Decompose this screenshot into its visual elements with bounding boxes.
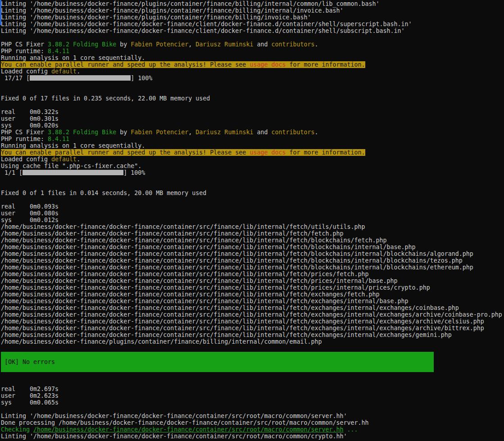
terminal-line: /home/business/docker-finance/docker-fin…: [1, 250, 504, 257]
terminal-text-segment: Using cache file ".php-cs-fixer.cache".: [1, 163, 141, 169]
terminal-text-segment: Linting '/home/business/docker-finance/d…: [1, 413, 347, 419]
ok-banner-pad: [1, 352, 434, 359]
terminal-line: 17/17 [] 100%: [1, 75, 504, 82]
progress-percent: ] 100%: [131, 75, 152, 82]
warning-message: for more information.: [286, 61, 365, 68]
usage-docs-link[interactable]: usage docs: [250, 149, 286, 156]
terminal-line: [1, 372, 504, 379]
terminal-line: You can enable parallel runner and speed…: [1, 61, 504, 68]
terminal-line: Linting '/home/business/docker-finance/d…: [1, 413, 504, 419]
terminal-line: PHP runtime: 8.4.11: [1, 48, 504, 55]
terminal-line: real 0m0.322s: [1, 109, 504, 115]
terminal-text-segment: /home/business/docker-finance/docker-fin…: [1, 244, 416, 250]
terminal-text-segment: Fixed 0 of 1 files in 0.014 seconds, 20.…: [1, 190, 206, 196]
terminal-text-segment: Done processing /home/business/docker-fi…: [1, 419, 369, 426]
terminal-text-segment: contributors: [271, 41, 314, 48]
terminal-line: /home/business/docker-finance/docker-fin…: [1, 298, 504, 305]
terminal-line: [1, 379, 504, 386]
usage-docs-link[interactable]: usage docs: [250, 61, 286, 68]
terminal-line: 1/1 [] 100%: [1, 169, 504, 176]
ok-banner-pad: [1, 365, 434, 372]
terminal-line: real 0m0.093s: [1, 203, 504, 210]
terminal-line: Linting '/home/business/docker-finance/p…: [1, 14, 504, 21]
terminal-line: /home/business/docker-finance/docker-fin…: [1, 257, 504, 264]
terminal-line: /home/business/docker-finance/docker-fin…: [1, 318, 504, 325]
terminal-line: /home/business/docker-finance/docker-fin…: [1, 305, 504, 311]
terminal-text-segment: /home/business/docker-finance/docker-fin…: [1, 237, 387, 244]
terminal-text-segment: /home/business/docker-finance/docker-fin…: [1, 291, 380, 298]
terminal-text-segment: Dariusz Ruminski: [195, 41, 253, 48]
terminal-text-segment: user 0m2.623s: [1, 392, 59, 399]
terminal-line: /home/business/docker-finance/docker-fin…: [1, 291, 504, 298]
terminal-text-segment: Fixed 0 of 17 files in 0.235 seconds, 22…: [1, 95, 210, 102]
terminal-line: [1, 196, 504, 203]
progress-percent: ] 100%: [123, 169, 145, 176]
terminal-text-segment: 8.4.11: [48, 136, 69, 142]
terminal-text-segment: contributors: [271, 129, 314, 136]
terminal-line: user 0m0.080s: [1, 210, 504, 217]
progress-bar-fill: [30, 75, 131, 81]
terminal-line: Linting '/home/business/docker-finance/p…: [1, 7, 504, 14]
terminal-text-segment: /home/business/docker-finance/docker-fin…: [1, 325, 484, 332]
checked-file-path-link[interactable]: /home/business/docker-finance/docker-fin…: [33, 426, 343, 433]
terminal-text-segment: Fabien Potencier: [131, 129, 188, 136]
terminal-line: [1, 82, 504, 88]
terminal-text-segment: real 0m0.322s: [1, 109, 59, 115]
terminal-text-segment: Linting '/home/business/docker-finance/d…: [1, 27, 405, 34]
terminal-text-segment: ,: [188, 41, 195, 48]
terminal-line: [1, 345, 504, 352]
terminal-line: /home/business/docker-finance/docker-fin…: [1, 264, 504, 271]
terminal-text-segment: real 0m0.093s: [1, 203, 59, 210]
warning-message: You can enable parallel runner and speed…: [1, 149, 250, 156]
terminal-line: Running analysis on 1 core sequentially.: [1, 55, 504, 61]
terminal-text-segment: user 0m0.301s: [1, 115, 59, 122]
terminal-text-segment: .: [315, 41, 318, 48]
terminal-text-segment: sys 0m0.065s: [1, 399, 59, 406]
terminal-text-segment: and: [253, 129, 271, 136]
terminal-text-segment: 3.88.2 Folding Bike: [48, 129, 116, 136]
terminal-text-segment: Linting '/home/business/docker-finance/p…: [1, 7, 344, 14]
terminal-line: /home/business/docker-finance/docker-fin…: [1, 230, 504, 237]
terminal-line: Done processing /home/business/docker-fi…: [1, 419, 504, 426]
terminal-text-segment: /home/business/docker-finance/docker-fin…: [1, 257, 463, 264]
terminal-text-segment: /home/business/docker-finance/docker-fin…: [1, 284, 430, 291]
terminal-text-segment: PHP runtime:: [1, 136, 48, 142]
terminal-text-segment: default: [51, 68, 77, 75]
terminal-text-segment: Running analysis on 1 core sequentially.: [1, 142, 145, 149]
terminal-line: Linting '/home/business/docker-finance/d…: [1, 21, 504, 27]
terminal-line: /home/business/docker-finance/plugins/co…: [1, 338, 504, 345]
progress-count: 1/1 [: [1, 169, 23, 176]
terminal-text-segment: PHP CS Fixer: [1, 129, 48, 136]
progress-count: 17/17 [: [1, 75, 30, 82]
scrollbar-indicator[interactable]: [0, 0, 1, 25]
terminal-line: [1, 88, 504, 95]
terminal-line: /home/business/docker-finance/docker-fin…: [1, 325, 504, 332]
terminal-text-segment: Linting '/home/business/docker-finance/d…: [1, 21, 412, 27]
terminal-text-segment: real 0m2.697s: [1, 386, 59, 392]
terminal-text-segment: Dariusz Ruminski: [195, 129, 253, 136]
terminal-text-segment: /home/business/docker-finance/plugins/co…: [1, 338, 322, 345]
terminal-line: Loaded config default.: [1, 68, 504, 75]
terminal-line: sys 0m0.020s: [1, 122, 504, 129]
terminal-line: Loaded config default.: [1, 156, 504, 163]
terminal-text-segment: Loaded config: [1, 156, 51, 163]
terminal-line: [1, 365, 504, 372]
terminal-text-segment: /home/business/docker-finance/docker-fin…: [1, 271, 369, 277]
terminal-line: Linting '/home/business/docker-finance/d…: [1, 433, 504, 440]
terminal-text-segment: /home/business/docker-finance/docker-fin…: [1, 305, 459, 311]
terminal-text-segment: 3.88.2 Folding Bike: [48, 41, 116, 48]
terminal-line: Linting '/home/business/docker-finance/d…: [1, 27, 504, 34]
terminal-text-segment: user 0m0.080s: [1, 210, 59, 217]
terminal-text-segment: /home/business/docker-finance/docker-fin…: [1, 332, 452, 338]
terminal-text-segment: sys 0m0.020s: [1, 122, 59, 129]
terminal-line: PHP CS Fixer 3.88.2 Folding Bike by Fabi…: [1, 129, 504, 136]
terminal-line: /home/business/docker-finance/docker-fin…: [1, 277, 504, 284]
terminal-text-segment: by: [116, 41, 131, 48]
terminal-line: /home/business/docker-finance/docker-fin…: [1, 244, 504, 250]
terminal-text-segment: default: [51, 156, 77, 163]
terminal-line: Running analysis on 1 core sequentially.: [1, 142, 504, 149]
terminal-line: [1, 34, 504, 41]
terminal-line: Checking /home/business/docker-finance/d…: [1, 426, 504, 433]
terminal-text-segment: Linting '/home/business/docker-finance/p…: [1, 14, 311, 21]
terminal-line: [1, 176, 504, 183]
